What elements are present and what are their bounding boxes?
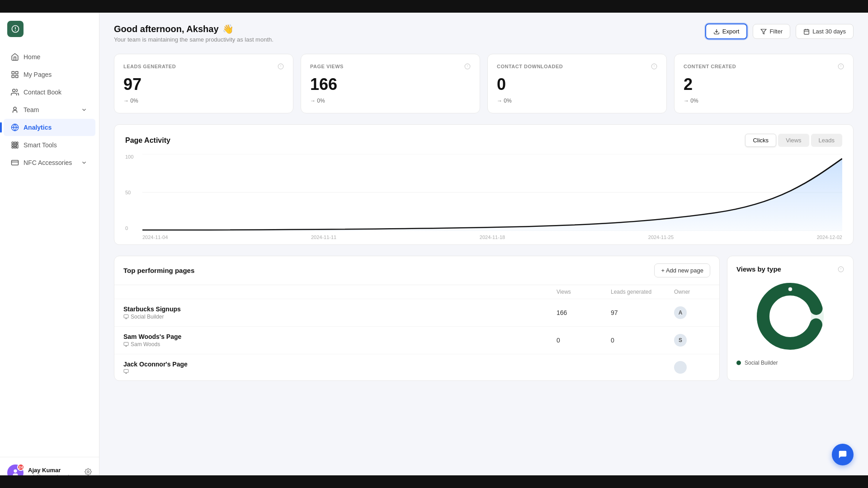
info-icon: [838, 63, 844, 70]
legend-dot: [736, 361, 741, 365]
pages-icon: [11, 70, 19, 79]
stat-card-content: CONTENT CREATED 2 → 0%: [674, 54, 854, 113]
svg-rect-0: [12, 71, 14, 74]
app-logo[interactable]: [7, 21, 24, 37]
stat-value-pageviews: 166: [310, 75, 471, 94]
legend-item-social-builder: Social Builder: [736, 360, 844, 366]
page-activity-header: Page Activity Clicks Views Leads: [114, 125, 853, 147]
stat-change-content: → 0%: [684, 98, 844, 104]
stat-value-contact: 0: [497, 75, 657, 94]
svg-rect-8: [12, 142, 14, 144]
sidebar-item-label: Analytics: [24, 124, 52, 131]
filter-button[interactable]: Filter: [753, 24, 790, 39]
analytics-icon: [11, 123, 19, 131]
sidebar-item-team[interactable]: Team: [4, 101, 95, 118]
date-range-label: Last 30 days: [812, 28, 846, 35]
export-icon: [713, 28, 720, 35]
svg-rect-11: [12, 145, 14, 146]
team-icon: [11, 106, 19, 114]
svg-rect-12: [14, 145, 16, 146]
sidebar-item-nfc-accessories[interactable]: NFC Accessories: [4, 154, 95, 171]
sidebar-item-label: My Pages: [24, 71, 52, 78]
svg-marker-20: [761, 29, 767, 34]
svg-rect-16: [12, 160, 19, 165]
chart-main: 2024-11-04 2024-11-11 2024-11-18 2024-11…: [142, 154, 842, 244]
sidebar-item-home[interactable]: Home: [4, 48, 95, 66]
bottom-grid: Top performing pages + Add new page View…: [114, 256, 854, 381]
greeting: Good afternoon, Akshay 👋: [114, 23, 274, 34]
sidebar-item-label: Home: [24, 53, 40, 61]
svg-point-54: [788, 287, 792, 291]
svg-rect-40: [124, 315, 128, 318]
tab-views[interactable]: Views: [778, 134, 809, 147]
info-icon: [278, 63, 284, 70]
owner-avatar: [674, 361, 687, 374]
info-icon: [464, 63, 471, 70]
filter-icon: [760, 28, 767, 35]
builder-icon: [123, 314, 129, 319]
sidebar-item-my-pages[interactable]: My Pages: [4, 66, 95, 83]
home-icon: [11, 53, 19, 61]
svg-rect-14: [14, 147, 16, 148]
filter-label: Filter: [769, 28, 783, 35]
stat-label-pageviews: PAGE VIEWS: [310, 63, 471, 70]
svg-rect-43: [124, 343, 128, 346]
stat-card-contact: CONTACT DOWNLOADED 0 → 0%: [487, 54, 667, 113]
chart-svg: [142, 154, 842, 231]
starbucks-icon: [11, 24, 20, 33]
sidebar-item-label: Smart Tools: [24, 141, 57, 149]
builder-icon: [123, 369, 129, 374]
sidebar-item-label: Contact Book: [24, 89, 61, 96]
cell-leads: 0: [611, 337, 674, 344]
chevron-down-icon: [80, 159, 88, 167]
header-actions: Export Filter Last 30 days: [705, 23, 854, 39]
views-card-header: Views by type: [736, 265, 844, 273]
col-views: Views: [557, 289, 611, 295]
tab-clicks[interactable]: Clicks: [745, 134, 776, 147]
chart-area: 100 50 0: [125, 154, 842, 244]
builder-icon: [123, 342, 129, 347]
page-name: Jack Oconnor's Page: [123, 361, 557, 368]
svg-rect-10: [17, 142, 18, 144]
export-button[interactable]: Export: [705, 23, 748, 39]
cell-leads: 97: [611, 309, 674, 316]
donut-chart: [736, 280, 844, 352]
stat-label-content: CONTENT CREATED: [684, 63, 844, 70]
table-row: Sam Woods's Page Sam Woods 0 0 S: [114, 327, 719, 354]
table-row: Jack Oconnor's Page: [114, 354, 719, 380]
sidebar-item-smart-tools[interactable]: Smart Tools: [4, 136, 95, 154]
owner-avatar: A: [674, 306, 687, 319]
chart-container: 100 50 0: [114, 147, 853, 244]
chart-x-labels: 2024-11-04 2024-11-11 2024-11-18 2024-11…: [142, 235, 842, 240]
page-name: Starbucks Signups: [123, 305, 557, 313]
stat-label-leads: LEADS GENERATED: [123, 63, 284, 70]
stats-grid: LEADS GENERATED 97 → 0% PAGE VIEWS 166 →…: [114, 54, 854, 113]
svg-point-5: [14, 107, 16, 110]
col-leads: Leads generated: [611, 289, 674, 295]
cell-views: 166: [557, 309, 611, 316]
cell-views: 0: [557, 337, 611, 344]
table-header: Views Leads generated Owner: [114, 285, 719, 299]
chat-button[interactable]: [832, 444, 854, 465]
tab-leads[interactable]: Leads: [811, 134, 842, 147]
sidebar-item-contact-book[interactable]: Contact Book: [4, 84, 95, 101]
views-by-type-card: Views by type Social Builder: [727, 256, 854, 381]
page-type: Social Builder: [123, 314, 557, 320]
date-range-button[interactable]: Last 30 days: [796, 24, 854, 39]
views-card-title: Views by type: [736, 265, 781, 273]
stat-card-leads: LEADS GENERATED 97 → 0%: [114, 54, 293, 113]
sidebar-item-analytics[interactable]: Analytics: [4, 119, 95, 136]
svg-point-4: [13, 89, 15, 92]
add-new-page-button[interactable]: + Add new page: [654, 263, 710, 277]
svg-point-53: [763, 289, 817, 343]
page-info: Sam Woods's Page Sam Woods: [123, 333, 557, 347]
page-header: Good afternoon, Akshay 👋 Your team is ma…: [114, 23, 854, 43]
page-info: Starbucks Signups Social Builder: [123, 305, 557, 320]
stat-value-content: 2: [684, 75, 844, 94]
sidebar-item-label: NFC Accessories: [24, 159, 72, 166]
svg-point-18: [87, 471, 89, 473]
page-activity-title: Page Activity: [125, 136, 170, 145]
subtitle-text: Your team is maintaining the same produc…: [114, 36, 274, 43]
chat-icon: [838, 450, 848, 460]
page-type: [123, 369, 557, 374]
